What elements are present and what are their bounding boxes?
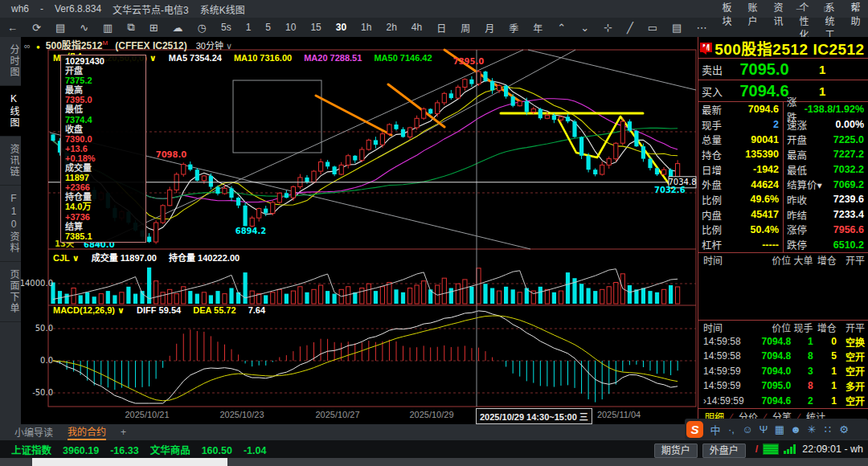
sogou-ime-bar[interactable]: S中·,☺Ψ▦☻✳∷⚙ bbox=[685, 419, 868, 439]
quote-value: 6510.2 bbox=[833, 239, 864, 251]
account-button-期货户[interactable]: 期货户 bbox=[654, 444, 698, 458]
quote-label: 涨停 bbox=[787, 222, 807, 237]
svg-text:7032.6: 7032.6 bbox=[654, 186, 686, 194]
period-5s[interactable]: 5s bbox=[214, 22, 239, 33]
period-年[interactable]: 年 bbox=[526, 21, 550, 35]
sidebar-tab-F10资料[interactable]: F10资料 bbox=[0, 186, 21, 262]
quote-row: 持仓135390 bbox=[698, 147, 783, 162]
chevron-down-icon[interactable]: ∨ bbox=[149, 53, 157, 63]
chart-canvas[interactable]: 7034.87395.07098.06894.213天6840.07032.61… bbox=[21, 37, 698, 424]
diff-value: DIFF 59.54 bbox=[137, 305, 181, 315]
user-icon[interactable]: ☻ bbox=[788, 423, 804, 435]
tape-time: 14:59:58 bbox=[698, 336, 747, 347]
period-2h[interactable]: 2h bbox=[379, 22, 403, 33]
trendline-tool-icon[interactable]: ╱ bbox=[620, 22, 641, 34]
date-axis[interactable]: 2025/10/212025/10/232025/10/272025/10/29… bbox=[21, 407, 698, 424]
emoji-icon[interactable]: ☺ bbox=[739, 423, 755, 435]
chart-symbol-header[interactable]: ∞ ● 500股指2512M (CFFEX IC2512) 30分钟 ∨ bbox=[24, 38, 232, 51]
macd-label[interactable]: MACD(12,26,9) bbox=[53, 305, 115, 315]
sidebar-tab-K线图[interactable]: K线图 bbox=[0, 86, 21, 137]
period-季[interactable]: 季 bbox=[502, 21, 526, 35]
layout-icon[interactable]: ▤ bbox=[665, 22, 689, 34]
sidebar-tab-资讯链[interactable]: 资讯链 bbox=[0, 137, 21, 186]
sidebar-tab-分时图[interactable]: 分时图 bbox=[0, 37, 21, 86]
tape-row[interactable]: 14:59:597095.081多开 bbox=[698, 378, 868, 393]
ask-qty: 1 bbox=[819, 63, 825, 76]
quote-label: 跌停 bbox=[787, 237, 807, 252]
chevron-down-icon[interactable]: ∨ bbox=[117, 305, 125, 315]
multi-window-icon[interactable]: ⧉ bbox=[120, 21, 141, 34]
collapse-panel-icon[interactable] bbox=[699, 45, 706, 55]
zoom-out-icon[interactable]: ⌃ bbox=[550, 22, 573, 34]
chevron-down-icon[interactable]: ∨ bbox=[226, 41, 232, 51]
date-tick: 2025/10/29 14:30~15:00 三 bbox=[476, 408, 592, 424]
skin-icon[interactable]: ✳ bbox=[804, 423, 820, 435]
sogou-logo[interactable]: S bbox=[686, 421, 703, 438]
rectangle-tool-icon[interactable]: ▭ bbox=[641, 22, 665, 34]
back-icon[interactable]: ← bbox=[0, 22, 25, 34]
volume-indicator-row[interactable]: CJL ∨ 成交量 11897.00 持仓量 140222.00 bbox=[53, 251, 240, 264]
period-周[interactable]: 周 bbox=[453, 21, 477, 35]
workspace-tab-+[interactable]: + bbox=[121, 427, 126, 439]
workspace-tab-小编导读[interactable]: 小编导读 bbox=[14, 425, 53, 439]
punctuation-icon[interactable]: ·, bbox=[723, 423, 739, 435]
period-30[interactable]: 30 bbox=[329, 22, 354, 33]
settings-icon[interactable]: ⚙ bbox=[836, 423, 852, 435]
zoom-in-icon[interactable]: ⌄ bbox=[573, 22, 596, 34]
tape-price: 7094.8 bbox=[747, 336, 792, 347]
lang-icon[interactable]: 中 bbox=[707, 422, 723, 437]
bid-row[interactable]: 买入 7094.6 1 bbox=[698, 80, 868, 102]
macd-indicator-row[interactable]: MACD(12,26,9) ∨ DIFF 59.54 DEA 55.72 7.6… bbox=[53, 305, 265, 316]
quote-row: 结算价▾7069.2 bbox=[784, 177, 868, 192]
alert-slash-icon: / bbox=[755, 444, 758, 455]
tape-price: 7094.6 bbox=[747, 395, 792, 407]
chart-window-icon[interactable]: ⊞ bbox=[142, 22, 166, 34]
refresh-icon[interactable]: ⟳ bbox=[25, 22, 48, 34]
alert-icon[interactable]: ◷ bbox=[190, 22, 214, 34]
period-10[interactable]: 10 bbox=[278, 22, 303, 33]
quote-value: 45417 bbox=[751, 209, 779, 220]
chart-period[interactable]: 30分钟 bbox=[196, 41, 223, 51]
big-order-table: 时间价位大单增仓开平 bbox=[698, 253, 868, 321]
workspace-tab-我的合约[interactable]: 我的合约 bbox=[68, 424, 106, 440]
kline-icon[interactable]: ▥ bbox=[96, 22, 120, 34]
quote-label: 比例 bbox=[702, 222, 722, 237]
data-window-line: 最高 bbox=[65, 85, 141, 95]
tape-row[interactable]: 14:59:587094.885空开 bbox=[698, 349, 868, 363]
cloud-icon[interactable]: ☁ bbox=[166, 22, 190, 34]
status-bar: 上证指数3960.19-16.33文华商品160.50-1.04 期货户外盘户 … bbox=[0, 440, 868, 458]
quote-value: 50.4% bbox=[751, 224, 779, 235]
account-button-外盘户[interactable]: 外盘户 bbox=[702, 444, 746, 458]
period-日[interactable]: 日 bbox=[429, 21, 453, 35]
period-5[interactable]: 5 bbox=[258, 22, 278, 33]
keyboard-icon[interactable]: ▦ bbox=[772, 423, 788, 435]
ask-row[interactable]: 卖出 7095.0 1 bbox=[698, 59, 868, 80]
period-1h[interactable]: 1h bbox=[354, 22, 379, 33]
toolbox-icon[interactable]: ∷ bbox=[820, 423, 836, 435]
tape-row[interactable]: ›14:59:597094.621空开 bbox=[698, 393, 868, 407]
data-window-line: 收盘 bbox=[65, 125, 141, 134]
more-icon[interactable]: ⋯ bbox=[689, 22, 714, 34]
chevron-down-icon[interactable]: ∨ bbox=[72, 253, 80, 263]
period-15[interactable]: 15 bbox=[303, 22, 328, 33]
period-月[interactable]: 月 bbox=[477, 21, 502, 35]
tape-row[interactable]: 14:59:597094.031空开 bbox=[698, 364, 868, 378]
col-header: 时间 bbox=[698, 253, 747, 267]
quote-list-icon[interactable]: ▤ bbox=[48, 22, 72, 34]
sidebar-tab-页面下单[interactable]: 页面下单 bbox=[0, 262, 21, 322]
volume-value: 成交量 11897.00 bbox=[92, 253, 157, 263]
svg-text:50.0: 50.0 bbox=[35, 324, 53, 333]
tape-row[interactable]: 14:59:587094.810空换 bbox=[698, 334, 868, 349]
mic-icon[interactable]: Ψ bbox=[755, 423, 772, 435]
period-1[interactable]: 1 bbox=[239, 22, 259, 33]
tape-flag: 多开 bbox=[837, 379, 868, 393]
tick-trade-table[interactable]: 时间价位现手增仓开平14:59:587094.810空换14:59:587094… bbox=[698, 321, 868, 408]
cjl-label[interactable]: CJL bbox=[53, 253, 70, 263]
insert-node-icon[interactable]: ⊹ bbox=[596, 22, 620, 34]
tape-delta: 5 bbox=[813, 350, 837, 362]
quote-value: -1942 bbox=[753, 164, 779, 175]
quote-label: 比例 bbox=[702, 192, 722, 207]
period-4h[interactable]: 4h bbox=[404, 22, 429, 33]
data-window-line: +13.6 bbox=[65, 144, 141, 153]
timeline-icon[interactable]: ∿ bbox=[72, 22, 96, 34]
